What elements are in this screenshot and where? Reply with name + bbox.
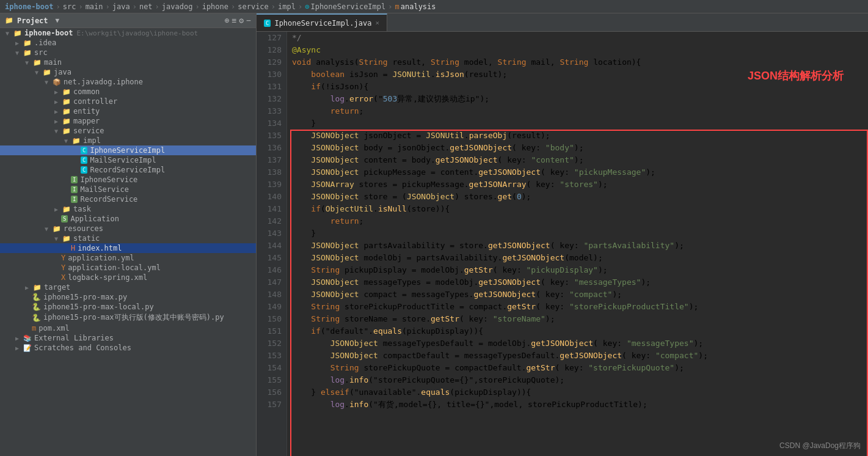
tree-logback-xml[interactable]: X logback-spring.xml bbox=[0, 273, 256, 282]
tree-common[interactable]: ▶ 📁 common bbox=[0, 87, 256, 97]
settings-icon[interactable]: ⚙ bbox=[239, 16, 244, 25]
main-layout: 📁 Project ▼ ⊕ ≡ ⚙ − ▼ 📁 iphone-boot E:\w… bbox=[0, 13, 868, 456]
breadcrumb-item: javadog bbox=[162, 2, 193, 11]
tree-mail-service-impl[interactable]: C MailServiceImpl bbox=[0, 155, 256, 165]
class-icon: C bbox=[81, 147, 87, 154]
code-line: void analysis(String result, String mode… bbox=[292, 56, 863, 68]
tree-index-html[interactable]: H index.html bbox=[0, 243, 256, 253]
breadcrumb-item: service bbox=[238, 2, 269, 11]
tree-resources[interactable]: ▼ 📁 resources bbox=[0, 224, 256, 234]
watermark: CSDN @JavaDog程序狗 bbox=[779, 441, 861, 451]
expand-arrow: ▶ bbox=[51, 206, 61, 213]
expand-arrow: ▶ bbox=[22, 284, 32, 291]
tree-pom[interactable]: m pom.xml bbox=[0, 323, 256, 333]
folder-icon: 📁 bbox=[61, 127, 72, 135]
code-line: JSONObject compact = messageTypes.getJSO… bbox=[292, 289, 863, 301]
xml-icon: m bbox=[32, 324, 36, 333]
tree-application[interactable]: S Application bbox=[0, 214, 256, 224]
code-line: JSONObject store = (JSONObject) stores.g… bbox=[292, 191, 863, 203]
expand-arrow: ▼ bbox=[2, 30, 12, 37]
folder-icon: 📁 bbox=[61, 108, 72, 116]
folder-icon: 📁 bbox=[5, 17, 13, 24]
sidebar-header: 📁 Project ▼ ⊕ ≡ ⚙ − bbox=[0, 13, 256, 28]
tree-root[interactable]: ▼ 📁 iphone-boot E:\workgit\javadog\iphon… bbox=[0, 28, 256, 38]
tree-py2[interactable]: 🐍 iphone15-pro-max-local.py bbox=[0, 302, 256, 312]
yaml-icon: Y bbox=[61, 254, 65, 262]
line-numbers: 1271281291301311321331341351361371381391… bbox=[257, 32, 287, 456]
tree-application-yml[interactable]: Y application.yml bbox=[0, 253, 256, 263]
locate-icon[interactable]: ⊕ bbox=[225, 16, 230, 25]
interface-icon: I bbox=[71, 196, 78, 203]
folder-icon: 📁 bbox=[32, 59, 43, 67]
tab-label: IphoneServiceImpl.java bbox=[274, 19, 371, 28]
tree-iphone-service[interactable]: I IphoneService bbox=[0, 175, 256, 185]
top-bar: iphone-boot › src › main › java › net › … bbox=[0, 0, 868, 13]
tree-impl[interactable]: ▼ 📁 impl bbox=[0, 136, 256, 145]
class-icon: C bbox=[81, 166, 87, 174]
breadcrumb-item: main bbox=[86, 2, 103, 11]
folder-icon: 📁 bbox=[32, 284, 43, 292]
folder-icon: 📁 bbox=[61, 205, 72, 213]
code-line: String storePickupProductTitle = compact… bbox=[292, 301, 863, 313]
tree-task[interactable]: ▶ 📁 task bbox=[0, 204, 256, 214]
code-line: String pickupDisplay = modelObj.getStr( … bbox=[292, 264, 863, 276]
tree-idea[interactable]: ▶ 📁 .idea bbox=[0, 38, 256, 48]
tree-application-local-yml[interactable]: Y application-local.yml bbox=[0, 263, 256, 273]
interface-icon: I bbox=[71, 176, 78, 183]
code-content[interactable]: */@Asyncvoid analysis(String result, Str… bbox=[287, 32, 868, 456]
tree-external-libs[interactable]: ▶ 📚 External Libraries bbox=[0, 333, 256, 343]
code-line: JSONObject body = jsonObject.getJSONObje… bbox=[292, 142, 863, 154]
expand-arrow: ▼ bbox=[51, 235, 61, 242]
class-icon: C bbox=[81, 156, 87, 164]
expand-arrow: ▶ bbox=[12, 40, 22, 46]
breadcrumb-item[interactable]: iphone-boot bbox=[5, 2, 53, 11]
python-icon: 🐍 bbox=[32, 293, 41, 301]
breadcrumb: iphone-boot › src › main › java › net › … bbox=[5, 2, 436, 11]
tree-main[interactable]: ▼ 📁 main bbox=[0, 57, 256, 67]
minimize-icon[interactable]: − bbox=[246, 16, 251, 25]
code-line: log.info("storePickupQuote={}",storePick… bbox=[292, 374, 863, 386]
tree-mail-service[interactable]: I MailService bbox=[0, 185, 256, 194]
expand-arrow: ▶ bbox=[51, 98, 61, 105]
folder-icon: 📁 bbox=[71, 137, 82, 145]
breadcrumb-item: net bbox=[139, 2, 153, 11]
folder-icon: 📁 bbox=[22, 39, 33, 47]
tree-py3[interactable]: 🐍 iphone15-pro-max可执行版(修改其中账号密码).py bbox=[0, 312, 256, 323]
code-container: 1271281291301311321331341351361371381391… bbox=[257, 32, 868, 456]
interface-icon: I bbox=[71, 186, 78, 193]
code-line: JSONObject jsonObject = JSONUtil.parseOb… bbox=[292, 130, 863, 142]
code-line: return; bbox=[292, 105, 863, 117]
tab-close-button[interactable]: × bbox=[375, 19, 379, 27]
tree-scratches[interactable]: ▶ 📝 Scratches and Consoles bbox=[0, 343, 256, 353]
expand-arrow: ▼ bbox=[61, 138, 71, 144]
editor-tab[interactable]: C IphoneServiceImpl.java × bbox=[257, 13, 387, 31]
dropdown-icon[interactable]: ▼ bbox=[56, 17, 60, 24]
code-line: JSONObject pickupMessage = content.getJS… bbox=[292, 166, 863, 178]
package-icon: 📦 bbox=[51, 78, 62, 86]
tree-entity[interactable]: ▶ 📁 entity bbox=[0, 106, 256, 116]
editor-area: C IphoneServiceImpl.java × 1271281291301… bbox=[257, 13, 868, 456]
tree-py1[interactable]: 🐍 iphone15-pro-max.py bbox=[0, 292, 256, 302]
tree-package[interactable]: ▼ 📦 net.javadog.iphone bbox=[0, 77, 256, 87]
collapse-all-icon[interactable]: ≡ bbox=[232, 16, 237, 25]
expand-arrow: ▼ bbox=[51, 128, 61, 134]
tree-service[interactable]: ▼ 📁 service bbox=[0, 126, 256, 136]
code-line: JSONObject partsAvailability = store.get… bbox=[292, 240, 863, 252]
xml-icon: X bbox=[61, 273, 65, 282]
tab-bar: C IphoneServiceImpl.java × bbox=[257, 13, 868, 32]
tab-icon: C bbox=[264, 20, 271, 27]
code-line: JSONObject compactDefault = messageTypes… bbox=[292, 350, 863, 362]
tree-record-service[interactable]: I RecordService bbox=[0, 194, 256, 204]
tree-static[interactable]: ▼ 📁 static bbox=[0, 234, 256, 243]
tree-mapper[interactable]: ▶ 📁 mapper bbox=[0, 116, 256, 126]
expand-arrow: ▶ bbox=[12, 335, 22, 342]
sidebar-title: Project bbox=[17, 17, 48, 25]
folder-icon: 📁 bbox=[61, 235, 72, 243]
tree-target[interactable]: ▶ 📁 target bbox=[0, 282, 256, 292]
tree-controller[interactable]: ▶ 📁 controller bbox=[0, 97, 256, 106]
tree-java[interactable]: ▼ 📁 java bbox=[0, 67, 256, 77]
file-tree: ▼ 📁 iphone-boot E:\workgit\javadog\iphon… bbox=[0, 28, 256, 452]
tree-iphone-service-impl[interactable]: C IphoneServiceImpl bbox=[0, 145, 256, 155]
tree-src[interactable]: ▼ 📁 src bbox=[0, 48, 256, 57]
tree-record-service-impl[interactable]: C RecordServiceImpl bbox=[0, 165, 256, 175]
